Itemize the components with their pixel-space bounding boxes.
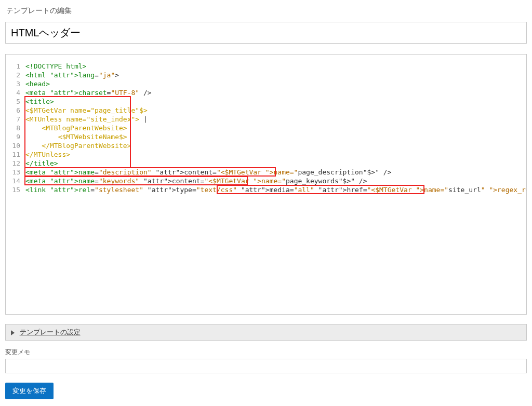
template-name-input[interactable] [5,22,527,44]
line-number: 3 [6,79,20,88]
code-line[interactable]: <!DOCTYPE html> [25,62,523,71]
code-line[interactable]: <MTUnless name="site_index"> | [25,115,523,124]
accordion-label: テンプレートの設定 [20,328,81,336]
code-line[interactable]: <title> [25,97,523,106]
line-number: 5 [6,97,20,106]
line-number: 14 [6,177,20,185]
code-line[interactable]: </MTUnless> [25,150,523,159]
line-number: 11 [6,150,20,159]
code-line[interactable]: <$MTWebsiteName$> [25,132,523,141]
template-settings-accordion[interactable]: テンプレートの設定 [5,324,527,341]
code-line[interactable]: <html "attr">lang="ja"> [25,71,523,79]
line-number: 9 [6,132,20,141]
line-number: 4 [6,88,20,97]
line-number-gutter: 123456789101112131415 [6,55,23,314]
save-button[interactable]: 変更を保存 [5,383,54,399]
code-line[interactable]: <meta "attr">name="description" "attr">c… [25,168,523,177]
line-number: 13 [6,168,20,177]
code-line[interactable]: <MTBlogParentWebsite> [25,124,523,132]
line-number: 15 [6,185,20,194]
code-line[interactable]: <link "attr">rel="stylesheet" "attr">typ… [25,185,523,194]
line-number: 7 [6,115,20,124]
line-number: 2 [6,71,20,79]
page-title: テンプレートの編集 [6,6,527,16]
code-editor[interactable]: 123456789101112131415 <!DOCTYPE html><ht… [5,54,527,315]
code-line[interactable]: <$MTGetVar name="page_title"$> [25,106,523,115]
memo-input[interactable] [5,359,527,373]
line-number: 12 [6,159,20,168]
code-line[interactable]: <head> [25,79,523,88]
line-number: 6 [6,106,20,115]
memo-label: 変更メモ [5,348,527,357]
code-area[interactable]: <!DOCTYPE html><html "attr">lang="ja"><h… [23,55,526,314]
code-line[interactable]: </title> [25,159,523,168]
line-number: 1 [6,62,20,71]
code-line[interactable]: <meta "attr">name="keywords" "attr">cont… [25,177,523,185]
line-number: 8 [6,124,20,132]
code-line[interactable]: </MTBlogParentWebsite> [25,141,523,150]
line-number: 10 [6,141,20,150]
code-line[interactable]: <meta "attr">charset="UTF-8" /> [25,88,523,97]
chevron-right-icon [11,330,15,335]
